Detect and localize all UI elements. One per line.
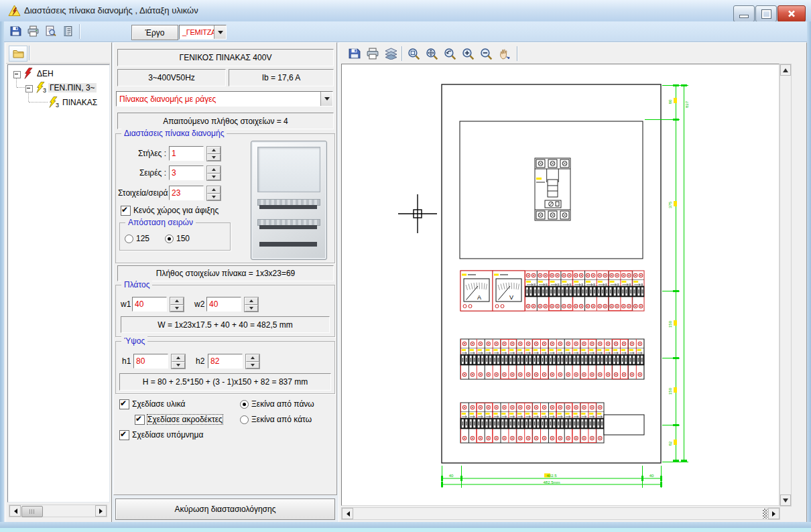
panel-type-dropdown-button[interactable] (320, 92, 332, 106)
tree-hscrollbar[interactable] (9, 505, 107, 517)
h1-spin-down[interactable] (172, 362, 185, 369)
elements-per-row-input[interactable] (169, 186, 204, 200)
project-button[interactable]: Έργο (131, 25, 178, 40)
maximize-icon (762, 10, 771, 18)
w1-spin-down[interactable] (170, 305, 184, 312)
rows-spinner[interactable] (206, 165, 221, 181)
print-preview-button[interactable] (43, 23, 58, 38)
minimize-button[interactable] (733, 5, 755, 22)
window-title: Διαστάσεις πίνακα διανομής , Διάταξη υλι… (24, 5, 198, 15)
zoom-previous-button[interactable] (442, 46, 458, 62)
tree-view[interactable]: ΔΕΗ 3 ΓΕΝ.ΠΙΝ, 3~ 3 ΠΙΝΑΚΑΣ (7, 64, 110, 503)
w2-spinner[interactable] (244, 297, 259, 312)
h1-spinner[interactable] (171, 354, 186, 369)
arrow-up-icon (212, 147, 216, 151)
panel-type-combobox[interactable]: Πίνακας διανομής με ράγες (116, 91, 333, 107)
scroll-right-button[interactable] (95, 505, 107, 517)
h2-input[interactable] (208, 354, 243, 369)
spacing-125-radio[interactable] (125, 235, 133, 243)
spacing-150-radio[interactable] (165, 235, 174, 243)
total-elements-text: Πλήθος στοιχείων πίνακα = 1x3x23=69 (156, 269, 296, 278)
drawing-save-button[interactable] (347, 46, 363, 62)
start-top-radio[interactable] (240, 400, 249, 409)
w2-spin-up[interactable] (245, 297, 258, 305)
titlebar[interactable]: Διαστάσεις πίνακα διανομής , Διάταξη υλι… (0, 0, 811, 22)
save-button[interactable] (8, 23, 23, 38)
zoom-dynamic-button[interactable] (424, 46, 440, 62)
w1-label: w1 (121, 300, 131, 309)
arrow-down-icon (175, 307, 179, 312)
h2-spin-down[interactable] (246, 362, 259, 369)
start-bottom-radio[interactable] (240, 415, 249, 424)
toolbar-separator (79, 24, 80, 39)
elements-spinner[interactable] (206, 186, 221, 201)
tree-expand-toggle[interactable] (25, 85, 33, 92)
current-box: Ib = 17,6 A (229, 69, 334, 86)
svg-text:V: V (509, 294, 513, 301)
rows-spin-up[interactable] (207, 166, 221, 174)
rows-spin-down[interactable] (207, 174, 221, 181)
w1-input[interactable] (132, 297, 167, 312)
cancel-sizing-button[interactable]: Ακύρωση διαστασιολόγησης (115, 498, 335, 520)
print-button[interactable] (25, 23, 40, 38)
maximize-button[interactable] (755, 5, 777, 22)
tree-toolbar-separator (29, 46, 30, 60)
notes-button[interactable] (60, 23, 75, 38)
draw-legend-checkbox[interactable] (119, 430, 129, 440)
draw-terminals-checkbox[interactable] (135, 415, 145, 425)
svg-text:402.5: 402.5 (546, 474, 557, 478)
layers-button[interactable] (383, 46, 399, 62)
columns-spin-up[interactable] (207, 147, 221, 154)
arrow-up-icon (212, 166, 216, 171)
cad-canvas[interactable]: A V (341, 64, 779, 506)
h1-input[interactable] (133, 354, 168, 369)
open-folder-button[interactable] (9, 46, 27, 62)
close-button[interactable] (777, 5, 806, 22)
scroll-left-button[interactable] (9, 505, 21, 517)
din-row-3 (460, 403, 644, 443)
w2-input[interactable] (206, 297, 241, 312)
h2-spin-up[interactable] (246, 354, 259, 362)
window-frame-right (807, 21, 811, 522)
scroll-down-button[interactable] (780, 494, 791, 506)
h1-spin-up[interactable] (172, 354, 185, 362)
arrow-right-icon (772, 511, 778, 517)
h2-spinner[interactable] (245, 354, 260, 369)
columns-spinner[interactable] (206, 146, 221, 161)
zoom-out-button[interactable] (478, 46, 494, 62)
w1-spinner[interactable] (170, 297, 184, 312)
elements-spin-up[interactable] (207, 186, 221, 194)
width-formula-text: W = 1x23x17.5 + 40 + 40 = 482,5 mm (158, 320, 292, 330)
minimize-icon (739, 15, 749, 18)
w1-spin-up[interactable] (170, 297, 184, 305)
draw-materials-checkbox[interactable] (119, 399, 129, 409)
tree-item-pinakas[interactable]: ΠΙΝΑΚΑΣ (61, 98, 99, 107)
width-group-label: Πλάτος (121, 280, 152, 289)
columns-input[interactable] (169, 146, 204, 161)
zoom-extents-button[interactable] (406, 46, 422, 62)
columns-spin-down[interactable] (207, 154, 221, 161)
notes-icon (62, 25, 74, 37)
rows-input[interactable] (169, 165, 204, 180)
cabinet-rail-strip (259, 205, 317, 209)
tree-item-dei[interactable]: ΔΕΗ (36, 69, 55, 78)
start-top-label: Ξεκίνα από πάνω (251, 399, 314, 409)
project-combobox[interactable]: _ΓΕΜΙΤΖΑΚΗΣ (179, 25, 227, 40)
height-formula-box: H = 80 + 2.5*150 + (3 - 1)x150 + 82 = 83… (119, 373, 331, 391)
scrollbar-splitter[interactable] (763, 509, 767, 519)
drawing-hscrollbar[interactable] (341, 507, 780, 520)
drawing-vscrollbar[interactable] (779, 64, 792, 507)
tree-expand-toggle[interactable] (13, 71, 21, 78)
pan-button[interactable] (496, 46, 512, 62)
scroll-left-button[interactable] (342, 508, 353, 519)
tree-item-gen-pin[interactable]: ΓΕΝ.ΠΙΝ, 3~ (48, 83, 97, 92)
drawing-print-button[interactable] (365, 46, 381, 62)
w2-spin-down[interactable] (245, 305, 258, 312)
project-combobox-dropdown-button[interactable] (214, 25, 226, 39)
scroll-right-button[interactable] (768, 508, 779, 519)
elements-spin-down[interactable] (207, 194, 221, 201)
scrollbar-thumb[interactable] (21, 506, 43, 517)
scroll-up-button[interactable] (780, 64, 791, 76)
empty-space-checkbox[interactable] (121, 206, 131, 216)
zoom-in-button[interactable] (460, 46, 476, 62)
